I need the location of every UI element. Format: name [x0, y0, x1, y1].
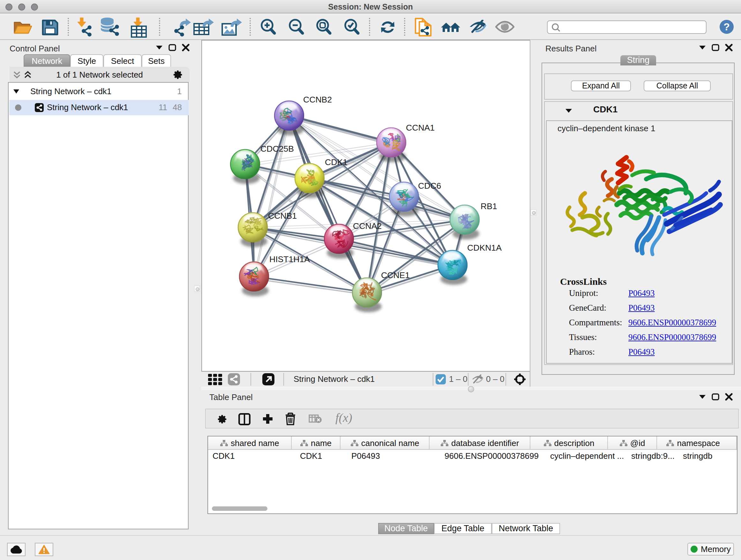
svg-text:CDKN1A: CDKN1A — [467, 243, 502, 253]
svg-text:CDC6: CDC6 — [418, 181, 441, 191]
svg-text:CCNE1: CCNE1 — [381, 270, 410, 280]
svg-text:CCNA1: CCNA1 — [406, 123, 434, 132]
svg-text:CCNB1: CCNB1 — [268, 211, 297, 221]
svg-text:HIST1H1A: HIST1H1A — [269, 254, 310, 264]
svg-text:?: ? — [724, 21, 730, 33]
svg-text:CCNB2: CCNB2 — [303, 95, 332, 105]
svg-text:CDC25B: CDC25B — [260, 144, 294, 153]
svg-text:RB1: RB1 — [481, 201, 497, 211]
svg-text:CDK1: CDK1 — [325, 158, 347, 167]
svg-text:CCNA2: CCNA2 — [353, 221, 382, 231]
